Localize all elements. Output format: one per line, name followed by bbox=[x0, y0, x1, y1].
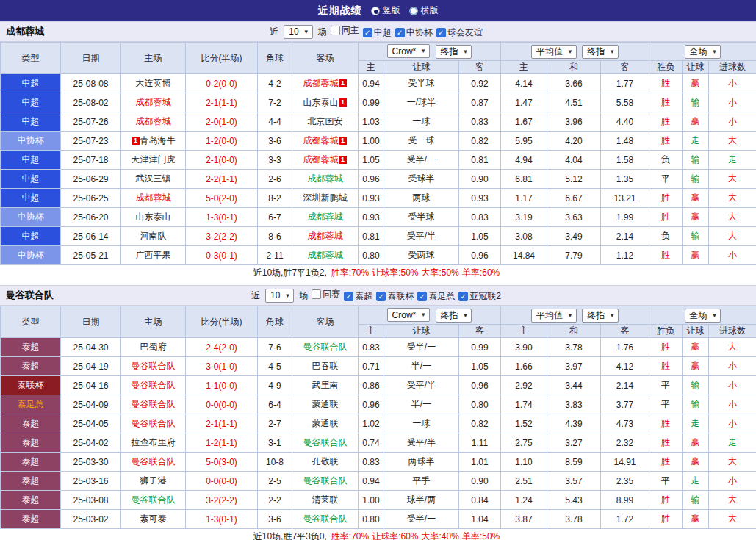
team-name[interactable]: 曼谷联合队 bbox=[303, 514, 348, 524]
score-cell[interactable]: 0-0(0-0) bbox=[186, 472, 258, 491]
score-cell[interactable]: 5-0(3-0) bbox=[186, 453, 258, 472]
bookmaker-select[interactable]: Crow*▼ bbox=[387, 44, 431, 58]
filter-checkbox[interactable]: 泰联杯 bbox=[376, 290, 414, 303]
team-name[interactable]: 广西平果 bbox=[136, 250, 171, 260]
team-name[interactable]: 成都蓉城 bbox=[136, 116, 171, 126]
team-name[interactable]: 成都蓉城 bbox=[136, 97, 171, 107]
column-header-goals: 进球数 bbox=[709, 61, 756, 74]
final-odds-select[interactable]: 终指▼ bbox=[436, 45, 472, 59]
final-odds-select[interactable]: 终指▼ bbox=[436, 309, 472, 323]
filter-checkbox[interactable]: 中超 bbox=[363, 26, 392, 39]
team-name[interactable]: 北京国安 bbox=[308, 116, 343, 126]
team-name[interactable]: 曼谷联合队 bbox=[132, 380, 176, 390]
score-cell[interactable]: 2-0(1-0) bbox=[186, 112, 258, 132]
team-name[interactable]: 曼谷联合队 bbox=[132, 418, 176, 428]
team-name[interactable]: 清莱联 bbox=[312, 494, 339, 505]
team-name[interactable]: 河南队 bbox=[140, 231, 167, 241]
column-header-type: 类型 bbox=[1, 43, 61, 74]
final-odds-select-2[interactable]: 终指▼ bbox=[582, 45, 619, 59]
score-cell[interactable]: 2-4(2-0) bbox=[186, 338, 258, 357]
scope-select[interactable]: 全场▼ bbox=[685, 45, 721, 59]
team-name[interactable]: 山东泰山 bbox=[136, 212, 171, 222]
score-cell[interactable]: 3-2(2-2) bbox=[186, 227, 258, 246]
team-name[interactable]: 武汉三镇 bbox=[136, 173, 171, 184]
team-name[interactable]: 成都蓉城 bbox=[308, 250, 343, 260]
goals-result-cell: 大 bbox=[709, 510, 756, 529]
bookmaker-select[interactable]: Crow*▼ bbox=[387, 308, 431, 322]
score-cell[interactable]: 0-3(0-1) bbox=[186, 246, 258, 265]
team-name[interactable]: 曼谷联合队 bbox=[303, 342, 348, 352]
score-cell[interactable]: 1-1(0-0) bbox=[186, 376, 258, 395]
score-cell[interactable]: 1-2(0-0) bbox=[186, 132, 258, 151]
filter-checkbox[interactable]: 亚冠联2 bbox=[458, 290, 501, 303]
goals-result-cell: 走 bbox=[709, 151, 756, 170]
score-cell[interactable]: 1-3(0-1) bbox=[186, 208, 258, 227]
home-team-cell: 狮子港 bbox=[121, 472, 186, 491]
chevron-down-icon: ▼ bbox=[303, 29, 309, 35]
team-name[interactable]: 大连英博 bbox=[136, 78, 171, 88]
team-name[interactable]: 武里南 bbox=[312, 380, 339, 390]
red-card-badge: 1 bbox=[339, 156, 347, 164]
team-name[interactable]: 素可泰 bbox=[140, 514, 167, 524]
team-name[interactable]: 成都蓉城 bbox=[303, 154, 339, 165]
filter-checkbox[interactable]: 中协杯 bbox=[395, 26, 433, 39]
away-team-cell: 山东泰山1 bbox=[292, 93, 359, 112]
column-header-avg-home: 主 bbox=[501, 61, 547, 74]
average-select[interactable]: 平均值▼ bbox=[531, 309, 577, 323]
team-name[interactable]: 山东泰山 bbox=[303, 97, 339, 107]
home-team-cell: 成都蓉城 bbox=[121, 93, 186, 112]
score-cell[interactable]: 2-2(1-1) bbox=[186, 170, 258, 189]
team-name[interactable]: 孔敬联 bbox=[312, 456, 339, 467]
team-name[interactable]: 成都蓉城 bbox=[303, 78, 339, 88]
team-name[interactable]: 成都蓉城 bbox=[308, 231, 343, 241]
avg-home-odds-cell: 5.95 bbox=[501, 132, 547, 151]
team-name[interactable]: 成都蓉城 bbox=[136, 192, 171, 203]
avg-away-odds-cell: 1.77 bbox=[601, 74, 649, 93]
rate-value: 胜率:70% bbox=[331, 531, 369, 540]
team-name[interactable]: 成都蓉城 bbox=[303, 135, 339, 145]
team-name[interactable]: 蒙通联 bbox=[312, 399, 339, 409]
team-name[interactable]: 巴吞联 bbox=[312, 361, 339, 371]
filter-checkbox[interactable]: 球会友谊 bbox=[436, 26, 483, 39]
team-name[interactable]: 曼谷联合队 bbox=[132, 361, 176, 371]
away-team-cell: 蒙通联 bbox=[292, 414, 359, 433]
score-cell[interactable]: 5-0(2-0) bbox=[186, 189, 258, 208]
team-name[interactable]: 天津津门虎 bbox=[132, 154, 176, 165]
layout-radio-vertical[interactable]: 竖版 bbox=[371, 4, 400, 17]
score-cell[interactable]: 2-1(1-1) bbox=[186, 93, 258, 112]
filter-checkbox[interactable]: 同赛 bbox=[312, 288, 340, 300]
team-name[interactable]: 巴蜀府 bbox=[140, 342, 167, 352]
score-cell[interactable]: 1-2(1-1) bbox=[186, 433, 258, 453]
team-name[interactable]: 狮子港 bbox=[140, 475, 167, 486]
score-cell[interactable]: 2-1(0-0) bbox=[186, 151, 258, 170]
score-cell[interactable]: 0-2(0-0) bbox=[186, 74, 258, 93]
corner-cell: 2-11 bbox=[258, 246, 292, 265]
column-header-handicap-home: 主 bbox=[359, 61, 384, 74]
filter-checkbox[interactable]: 同主 bbox=[331, 24, 359, 37]
team-name[interactable]: 曼谷联合队 bbox=[132, 456, 176, 467]
score-cell[interactable]: 0-0(0-0) bbox=[186, 395, 258, 414]
team-name[interactable]: 拉查布里府 bbox=[132, 437, 176, 447]
team-name[interactable]: 曼谷联合队 bbox=[303, 475, 348, 486]
filter-checkbox[interactable]: 泰足总 bbox=[417, 290, 455, 303]
filter-checkbox[interactable]: 泰超 bbox=[344, 290, 372, 303]
team-name[interactable]: 曼谷联合队 bbox=[303, 437, 348, 447]
handicap-result-cell: 输 bbox=[683, 491, 709, 510]
match-count-select[interactable]: 10▼ bbox=[265, 289, 294, 303]
score-cell[interactable]: 2-1(1-1) bbox=[186, 414, 258, 433]
scope-select[interactable]: 全场▼ bbox=[685, 309, 721, 323]
team-name[interactable]: 成都蓉城 bbox=[308, 173, 343, 184]
match-count-select[interactable]: 10▼ bbox=[284, 25, 312, 39]
score-cell[interactable]: 3-2(2-2) bbox=[186, 491, 258, 510]
final-odds-select-2[interactable]: 终指▼ bbox=[582, 309, 619, 323]
average-select[interactable]: 平均值▼ bbox=[531, 45, 577, 59]
team-name[interactable]: 曼谷联合队 bbox=[132, 399, 176, 409]
layout-radio-horizontal[interactable]: 横版 bbox=[409, 4, 439, 17]
team-name[interactable]: 青岛海牛 bbox=[140, 135, 176, 145]
team-name[interactable]: 深圳新鹏城 bbox=[303, 192, 348, 203]
score-cell[interactable]: 1-3(0-1) bbox=[186, 510, 258, 529]
team-name[interactable]: 成都蓉城 bbox=[308, 212, 343, 222]
team-name[interactable]: 曼谷联合队 bbox=[132, 494, 176, 505]
team-name[interactable]: 蒙通联 bbox=[312, 418, 339, 428]
score-cell[interactable]: 3-0(1-0) bbox=[186, 357, 258, 376]
